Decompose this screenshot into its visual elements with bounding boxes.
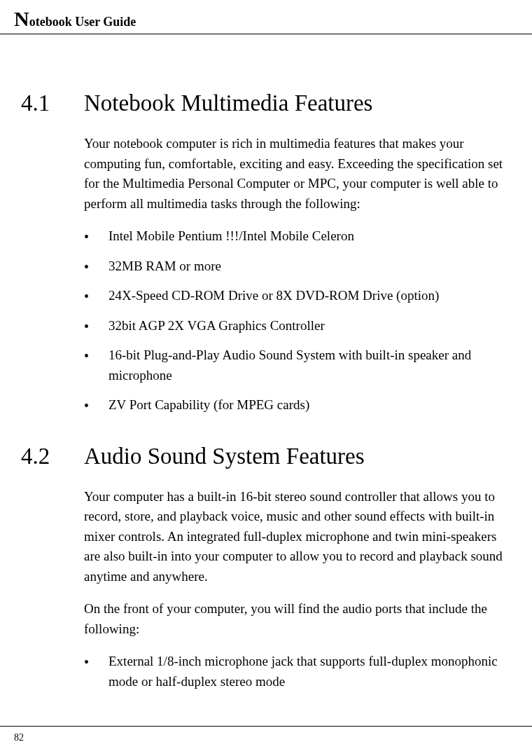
bullet-list-4-1: Intel Mobile Pentium !!!/Intel Mobile Ce… — [84, 226, 511, 415]
list-item: Intel Mobile Pentium !!!/Intel Mobile Ce… — [84, 226, 511, 247]
page-number: 82 — [14, 732, 24, 743]
page-content: 4.1 Notebook Multimedia Features Your no… — [0, 90, 532, 692]
section-title: Audio Sound System Features — [84, 444, 511, 469]
list-item: 32bit AGP 2X VGA Graphics Controller — [84, 316, 511, 336]
list-item: 16-bit Plug-and-Play Audio Sound System … — [84, 345, 511, 385]
header-title: otebook User Guide — [29, 15, 136, 29]
bullet-list-4-2: External 1/8-inch microphone jack that s… — [84, 652, 511, 692]
section-number: 4.1 — [21, 90, 84, 116]
list-item: ZV Port Capability (for MPEG cards) — [84, 395, 511, 415]
section-title: Notebook Multimedia Features — [84, 90, 511, 116]
list-item: 24X-Speed CD-ROM Drive or 8X DVD-ROM Dri… — [84, 286, 511, 306]
list-item: External 1/8-inch microphone jack that s… — [84, 652, 511, 692]
header-dropcap: N — [14, 7, 29, 30]
body-paragraph: On the front of your computer, you will … — [84, 599, 511, 639]
section-number: 4.2 — [21, 444, 84, 469]
body-paragraph: Your notebook computer is rich in multim… — [84, 134, 511, 214]
section-heading-4-2: 4.2 Audio Sound System Features — [21, 444, 511, 469]
body-paragraph: Your computer has a built-in 16-bit ster… — [84, 487, 511, 587]
page-header: Notebook User Guide — [0, 0, 532, 34]
page-footer: 82 — [0, 726, 532, 743]
section-heading-4-1: 4.1 Notebook Multimedia Features — [21, 90, 511, 116]
list-item: 32MB RAM or more — [84, 256, 511, 277]
